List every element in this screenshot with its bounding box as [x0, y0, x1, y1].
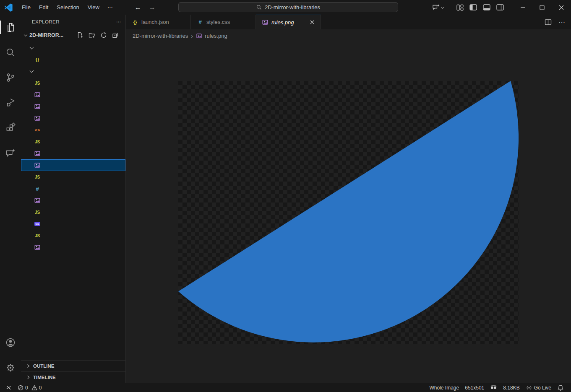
image-dimensions-status[interactable]: 651x501 [462, 383, 487, 392]
errors-count: 0 [25, 385, 28, 391]
close-window-button[interactable] [552, 0, 571, 15]
toggle-primary-sidebar-icon[interactable] [469, 4, 477, 10]
file-row[interactable] [21, 42, 125, 54]
search-activity-icon[interactable] [0, 40, 21, 65]
file-row[interactable]: {} [21, 54, 125, 65]
outline-section-header[interactable]: OUTLINE [21, 360, 125, 371]
files-icon [5, 22, 16, 33]
extensions-activity-icon[interactable] [0, 115, 21, 140]
chevron-down-icon [441, 5, 444, 8]
remote-icon [5, 384, 12, 391]
back-icon[interactable]: ← [135, 4, 141, 11]
status-bar: 0 0 Whole Image 651x501 [0, 383, 571, 392]
workspace-section-header[interactable]: 2D-MIRROR... [21, 29, 125, 42]
file-type-icon: # [34, 185, 41, 192]
image-file-icon [34, 91, 41, 98]
remote-indicator[interactable] [3, 383, 15, 392]
minimize-button[interactable] [513, 0, 532, 15]
menu-edit[interactable]: Edit [35, 3, 52, 12]
menu-selection[interactable]: Selection [53, 3, 83, 12]
toggle-panel-icon[interactable] [483, 4, 490, 10]
image-zoom-status[interactable]: Whole Image [427, 383, 462, 392]
image-preview-checkerboard [178, 81, 519, 344]
vscode-window: File Edit Selection View ⋯ ← → 2D-mirror… [0, 0, 571, 392]
file-row[interactable]: JS [21, 171, 125, 183]
command-center-search[interactable]: 2D-mirror-with-libraries [178, 2, 398, 12]
file-row[interactable] [21, 159, 125, 171]
breadcrumb-file[interactable]: rules.png [196, 33, 227, 39]
chat-sparkle-icon [5, 148, 16, 158]
layout-controls [456, 4, 504, 11]
editor-group: {} launch.json [126, 15, 571, 383]
explorer-sidebar: EXPLORER ⋯ 2D-MIRROR... [21, 15, 126, 383]
forward-icon[interactable]: → [149, 4, 156, 11]
file-row[interactable]: JS [21, 136, 125, 148]
debug-icon [5, 97, 16, 108]
gear-icon [5, 362, 16, 373]
chat-activity-icon[interactable] [0, 140, 21, 166]
file-size-status[interactable]: 8.18KB [500, 383, 522, 392]
file-row[interactable] [21, 195, 125, 206]
menubar: File Edit Selection View ⋯ [18, 3, 116, 12]
image-file-icon [34, 103, 41, 110]
problems-indicator[interactable]: 0 0 [15, 383, 44, 392]
refresh-icon[interactable] [100, 32, 107, 39]
explorer-activity-icon[interactable] [0, 15, 21, 40]
timeline-section-header[interactable]: TIMELINE [21, 371, 125, 383]
file-type-icon [34, 162, 41, 169]
collapse-all-icon[interactable] [112, 32, 119, 39]
file-row[interactable] [21, 148, 125, 159]
file-row[interactable]: <> [21, 124, 125, 136]
file-type-icon: JS [34, 138, 41, 145]
copilot-status[interactable] [487, 383, 500, 392]
file-row[interactable] [21, 65, 125, 77]
notifications-bell[interactable] [554, 383, 567, 392]
image-preview-canvas[interactable] [126, 42, 571, 383]
go-live-button[interactable]: Go Live [523, 383, 554, 392]
image-file-icon [34, 197, 41, 204]
editor-more-actions-icon[interactable]: ⋯ [558, 18, 565, 26]
file-row[interactable]: JS [21, 230, 125, 241]
file-type-icon [34, 244, 41, 251]
file-tree: {} [21, 42, 125, 253]
editor-tab[interactable]: rules.png [256, 15, 321, 29]
git-branch-icon [5, 72, 16, 83]
image-file-icon [262, 19, 269, 26]
file-row[interactable]: # [21, 183, 125, 195]
new-file-icon[interactable] [77, 32, 83, 39]
file-row[interactable] [21, 241, 125, 253]
breadcrumb-folder[interactable]: 2D-mirror-with-libraries [133, 33, 188, 39]
settings-gear-icon[interactable] [0, 355, 21, 380]
menu-view[interactable]: View [84, 3, 103, 12]
maximize-button[interactable] [532, 0, 552, 15]
file-row[interactable]: JS [21, 206, 125, 218]
toggle-secondary-sidebar-icon[interactable] [496, 4, 504, 10]
file-type-icon: {} [34, 56, 41, 63]
accounts-icon[interactable] [0, 330, 21, 355]
split-editor-icon[interactable] [545, 19, 552, 26]
editor-tab[interactable]: {} launch.json [126, 15, 191, 29]
file-row[interactable] [21, 112, 125, 124]
chevron-right-icon: › [191, 32, 193, 39]
image-file-icon [34, 150, 41, 157]
file-row[interactable] [21, 101, 125, 112]
editor-tab[interactable]: # styles.css [191, 15, 256, 29]
warnings-count: 0 [39, 385, 42, 391]
file-row[interactable]: JS [21, 77, 125, 89]
broadcast-icon [526, 384, 532, 391]
source-control-activity-icon[interactable] [0, 65, 21, 90]
copilot-chat-button[interactable] [432, 4, 444, 11]
menu-file[interactable]: File [18, 3, 34, 12]
menu-overflow-icon[interactable]: ⋯ [104, 3, 116, 12]
customize-layout-icon[interactable] [456, 4, 464, 11]
close-tab-icon[interactable] [308, 18, 316, 26]
new-folder-icon[interactable] [89, 32, 95, 39]
file-row[interactable]: WA [21, 218, 125, 230]
search-icon [256, 5, 262, 10]
tab-bar: {} launch.json [126, 15, 571, 29]
explorer-more-actions-icon[interactable]: ⋯ [116, 19, 121, 25]
file-type-icon [34, 103, 41, 110]
run-debug-activity-icon[interactable] [0, 90, 21, 115]
file-row[interactable] [21, 89, 125, 101]
window-controls [513, 0, 571, 15]
